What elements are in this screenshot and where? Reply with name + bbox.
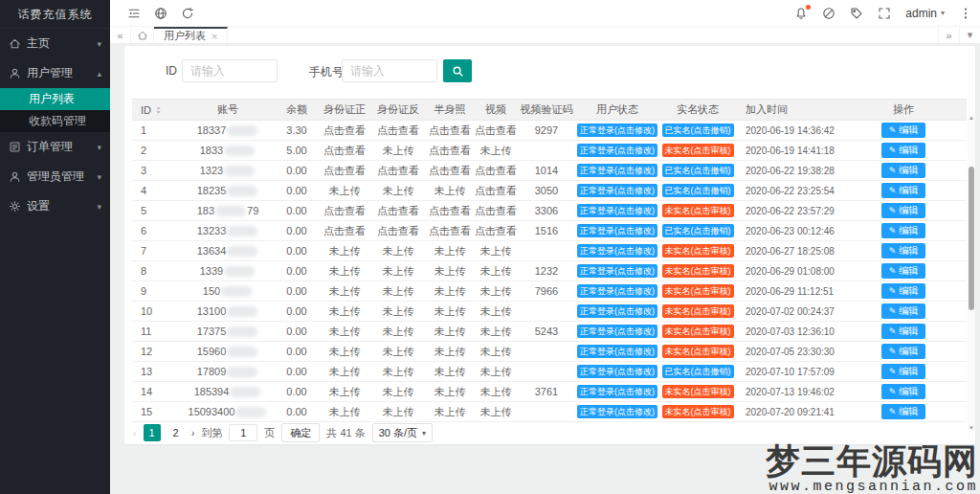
view-link[interactable]: 点击查看 — [429, 145, 471, 156]
edit-button[interactable]: ✎编辑 — [881, 203, 926, 218]
tabs-menu-icon[interactable]: ▾ — [959, 27, 980, 43]
view-link[interactable]: 点击查看 — [475, 225, 517, 236]
collapse-sidebar-icon[interactable] — [127, 7, 141, 20]
notifications-bell-icon[interactable] — [794, 7, 808, 20]
real-name-status-badge[interactable]: 已实名(点击撤销) — [662, 365, 734, 378]
sidebar-item-0[interactable]: 主页▾ — [0, 29, 110, 58]
real-name-status-badge[interactable]: 已实名(点击撤销) — [662, 224, 734, 237]
page-number-1[interactable]: 1 — [144, 424, 161, 441]
id-input[interactable] — [182, 59, 278, 82]
view-link[interactable]: 点击查看 — [429, 165, 471, 176]
goto-page-input[interactable] — [229, 424, 257, 441]
user-status-badge[interactable]: 正常登录(点击修改) — [577, 144, 657, 157]
user-status-badge[interactable]: 正常登录(点击修改) — [577, 284, 657, 298]
user-status-badge[interactable]: 正常登录(点击修改) — [577, 204, 657, 217]
prev-page-icon[interactable]: ‹ — [133, 427, 137, 438]
view-link[interactable]: 点击查看 — [377, 124, 419, 136]
more-vert-icon[interactable] — [959, 7, 972, 20]
edit-button[interactable]: ✎编辑 — [881, 384, 926, 399]
user-status-badge[interactable]: 正常登录(点击修改) — [577, 264, 657, 278]
view-link[interactable]: 点击查看 — [429, 124, 471, 136]
view-link[interactable]: 点击查看 — [323, 124, 366, 136]
scroll-up-icon[interactable]: ▲ — [968, 115, 975, 121]
sidebar-subitem-1[interactable]: 收款码管理 — [0, 110, 110, 132]
scroll-down-icon[interactable]: ▼ — [968, 425, 975, 431]
sidebar-item-4[interactable]: 设置▾ — [0, 191, 110, 221]
view-link[interactable]: 点击查看 — [377, 225, 419, 236]
user-status-badge[interactable]: 正常登录(点击修改) — [577, 164, 657, 177]
view-link[interactable]: 点击查看 — [323, 145, 366, 156]
search-button[interactable] — [443, 59, 472, 82]
view-link[interactable]: 点击查看 — [475, 205, 517, 216]
column-header-0[interactable]: ID — [132, 100, 180, 121]
goto-confirm-button[interactable]: 确定 — [281, 423, 320, 442]
user-status-badge[interactable]: 正常登录(点击修改) — [577, 244, 657, 258]
sidebar-subitem-0[interactable]: 用户列表 — [0, 88, 110, 110]
view-link[interactable]: 点击查看 — [475, 165, 517, 176]
real-name-status-badge[interactable]: 未实名(点击审核) — [662, 204, 734, 217]
table-scrollbar[interactable]: ▲ ▼ — [968, 115, 975, 431]
real-name-status-badge[interactable]: 未实名(点击审核) — [662, 244, 734, 258]
user-status-badge[interactable]: 正常登录(点击修改) — [577, 345, 657, 358]
sidebar-item-3[interactable]: 管理员管理▾ — [0, 162, 110, 191]
real-name-status-badge[interactable]: 未实名(点击审核) — [662, 304, 734, 318]
user-status-badge[interactable]: 正常登录(点击修改) — [577, 405, 657, 418]
user-status-badge[interactable]: 正常登录(点击修改) — [577, 325, 657, 338]
tabs-scroll-left-icon[interactable]: « — [110, 27, 131, 43]
real-name-status-badge[interactable]: 未实名(点击审核) — [662, 385, 734, 398]
tab-home[interactable] — [131, 27, 154, 43]
edit-button[interactable]: ✎编辑 — [881, 283, 926, 299]
edit-button[interactable]: ✎编辑 — [881, 163, 926, 178]
real-name-status-badge[interactable]: 未实名(点击审核) — [662, 284, 734, 298]
page-size-select[interactable]: 30 条/页 ▾ — [372, 423, 433, 442]
real-name-status-badge[interactable]: 已实名(点击撤销) — [662, 184, 734, 197]
edit-button[interactable]: ✎编辑 — [881, 303, 926, 319]
tag-icon[interactable] — [850, 7, 863, 20]
edit-button[interactable]: ✎编辑 — [881, 183, 926, 198]
real-name-status-badge[interactable]: 未实名(点击审核) — [662, 144, 734, 157]
view-link[interactable]: 点击查看 — [475, 124, 517, 136]
sidebar-item-1[interactable]: 用户管理▴ — [0, 58, 110, 88]
view-link[interactable]: 点击查看 — [323, 205, 366, 216]
edit-button[interactable]: ✎编辑 — [881, 123, 926, 138]
close-icon[interactable]: × — [212, 31, 217, 42]
phone-input[interactable] — [342, 59, 437, 82]
sidebar-item-2[interactable]: 订单管理▾ — [0, 132, 110, 162]
tabs-scroll-right-icon[interactable]: » — [938, 27, 959, 43]
view-link[interactable]: 点击查看 — [377, 205, 419, 216]
edit-button[interactable]: ✎编辑 — [881, 263, 926, 279]
real-name-status-badge[interactable]: 未实名(点击审核) — [662, 325, 734, 338]
view-link[interactable]: 点击查看 — [323, 225, 366, 236]
edit-button[interactable]: ✎编辑 — [881, 143, 926, 158]
view-link[interactable]: 点击查看 — [475, 185, 517, 196]
user-status-badge[interactable]: 正常登录(点击修改) — [577, 385, 657, 398]
next-page-icon[interactable]: › — [191, 427, 195, 438]
real-name-status-badge[interactable]: 未实名(点击审核) — [662, 405, 734, 418]
edit-button[interactable]: ✎编辑 — [881, 243, 926, 258]
view-link[interactable]: 点击查看 — [377, 165, 419, 176]
view-link[interactable]: 点击查看 — [323, 165, 366, 176]
scrollbar-thumb[interactable] — [969, 167, 974, 310]
edit-button[interactable]: ✎编辑 — [881, 324, 926, 339]
refresh-icon[interactable] — [181, 7, 194, 20]
globe-icon[interactable] — [154, 7, 167, 20]
user-status-badge[interactable]: 正常登录(点击修改) — [577, 304, 657, 318]
view-link[interactable]: 点击查看 — [429, 205, 471, 216]
user-status-badge[interactable]: 正常登录(点击修改) — [577, 124, 657, 137]
real-name-status-badge[interactable]: 已实名(点击撤销) — [662, 164, 734, 177]
page-number-2[interactable]: 2 — [167, 424, 185, 441]
user-menu[interactable]: admin ▾ — [905, 7, 945, 20]
real-name-status-badge[interactable]: 未实名(点击审核) — [662, 264, 734, 278]
clear-cache-icon[interactable] — [822, 7, 835, 20]
sort-icon[interactable] — [154, 105, 163, 115]
edit-button[interactable]: ✎编辑 — [881, 404, 926, 419]
user-status-badge[interactable]: 正常登录(点击修改) — [577, 184, 657, 197]
edit-button[interactable]: ✎编辑 — [881, 223, 926, 238]
edit-button[interactable]: ✎编辑 — [881, 364, 926, 379]
tab-user-list[interactable]: 用户列表 × — [154, 27, 228, 43]
real-name-status-badge[interactable]: 已实名(点击撤销) — [662, 124, 734, 137]
real-name-status-badge[interactable]: 未实名(点击审核) — [662, 345, 734, 358]
user-status-badge[interactable]: 正常登录(点击修改) — [577, 365, 657, 378]
view-link[interactable]: 点击查看 — [429, 225, 471, 236]
edit-button[interactable]: ✎编辑 — [881, 344, 926, 359]
